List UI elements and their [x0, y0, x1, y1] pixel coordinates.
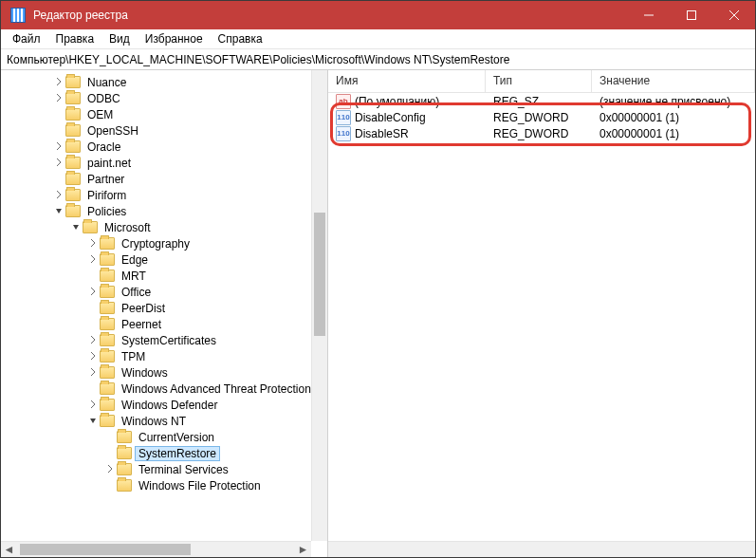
- tree-item[interactable]: Windows File Protection: [1, 477, 327, 493]
- folder-icon: [65, 205, 81, 217]
- folder-icon: [65, 189, 81, 201]
- scroll-left-icon[interactable]: ◄: [1, 542, 17, 557]
- tree-item[interactable]: TPM: [1, 348, 327, 364]
- tree-item-label: paint.net: [84, 157, 134, 170]
- chevron-right-icon[interactable]: [103, 464, 117, 474]
- menu-bar: Файл Правка Вид Избранное Справка: [1, 29, 755, 49]
- close-button[interactable]: [712, 1, 755, 29]
- menu-view[interactable]: Вид: [101, 30, 138, 47]
- tree-item-label: Windows NT: [119, 415, 189, 428]
- chevron-right-icon[interactable]: [86, 287, 100, 297]
- tree-item[interactable]: Windows NT: [1, 413, 327, 429]
- folder-icon: [65, 76, 81, 88]
- chevron-down-icon[interactable]: [52, 206, 65, 216]
- title-bar: Редактор реестра: [1, 1, 755, 29]
- tree-item-label: Windows File Protection: [136, 479, 264, 493]
- tree-item[interactable]: Windows Defender: [1, 397, 327, 413]
- value-row[interactable]: ab(По умолчанию)REG_SZ(значение не присв…: [328, 93, 755, 109]
- window-title: Редактор реестра: [33, 9, 128, 22]
- tree-item[interactable]: Nuance: [1, 74, 327, 90]
- tree-item-label: TPM: [119, 350, 148, 363]
- column-type[interactable]: Тип: [486, 70, 592, 92]
- folder-icon: [100, 399, 115, 411]
- folder-icon: [100, 334, 115, 346]
- scrollbar-thumb[interactable]: [20, 544, 191, 555]
- chevron-right-icon[interactable]: [52, 141, 65, 152]
- tree-item[interactable]: OpenSSH: [1, 122, 327, 139]
- menu-edit[interactable]: Правка: [48, 30, 102, 47]
- value-row[interactable]: 110DisableSRREG_DWORD0x00000001 (1): [328, 125, 755, 141]
- values-list[interactable]: ab(По умолчанию)REG_SZ(значение не присв…: [328, 93, 755, 141]
- registry-tree[interactable]: NuanceODBCOEMOpenSSHOraclepaint.netPartn…: [1, 70, 327, 541]
- chevron-right-icon[interactable]: [86, 351, 100, 362]
- tree-item-label: Windows Defender: [119, 399, 220, 412]
- tree-item-label: Microsoft: [101, 221, 154, 234]
- tree-item[interactable]: Piriform: [1, 187, 327, 203]
- tree-vertical-scrollbar[interactable]: [311, 70, 327, 541]
- tree-item[interactable]: PeerDist: [1, 300, 327, 316]
- tree-item-label: Edge: [119, 253, 151, 267]
- chevron-right-icon[interactable]: [86, 400, 100, 410]
- tree-item[interactable]: Microsoft: [1, 219, 327, 235]
- chevron-right-icon[interactable]: [86, 238, 100, 249]
- chevron-right-icon[interactable]: [52, 190, 65, 200]
- value-type: REG_SZ: [486, 95, 592, 108]
- tree-item-label: SystemRestore: [136, 447, 219, 460]
- folder-icon: [65, 124, 81, 137]
- tree-item[interactable]: MRT: [1, 268, 327, 284]
- tree-item[interactable]: CurrentVersion: [1, 429, 327, 445]
- menu-file[interactable]: Файл: [5, 30, 48, 47]
- tree-item[interactable]: Peernet: [1, 316, 327, 332]
- tree-item[interactable]: SystemCertificates: [1, 332, 327, 348]
- folder-icon: [100, 350, 115, 363]
- tree-item-label: SystemCertificates: [119, 334, 219, 347]
- chevron-right-icon[interactable]: [86, 254, 100, 265]
- tree-item-label: OEM: [84, 108, 116, 121]
- tree-item-label: Nuance: [84, 76, 129, 89]
- tree-item[interactable]: OEM: [1, 106, 327, 122]
- tree-item-label: Windows: [119, 366, 171, 380]
- chevron-right-icon[interactable]: [86, 335, 100, 345]
- chevron-right-icon[interactable]: [86, 367, 100, 378]
- scrollbar-thumb[interactable]: [314, 213, 325, 336]
- chevron-down-icon[interactable]: [86, 416, 100, 426]
- tree-item[interactable]: Windows: [1, 364, 327, 381]
- tree-item[interactable]: Policies: [1, 203, 327, 219]
- chevron-right-icon[interactable]: [52, 158, 65, 168]
- folder-icon: [100, 382, 115, 395]
- scroll-right-icon[interactable]: ►: [295, 542, 311, 557]
- menu-help[interactable]: Справка: [211, 30, 270, 47]
- value-data: 0x00000001 (1): [592, 111, 755, 124]
- values-pane: Имя Тип Значение ab(По умолчанию)REG_SZ(…: [328, 70, 755, 557]
- tree-horizontal-scrollbar[interactable]: ◄ ►: [1, 541, 311, 557]
- tree-item-label: CurrentVersion: [136, 431, 217, 444]
- folder-icon: [117, 479, 132, 492]
- tree-pane: NuanceODBCOEMOpenSSHOraclepaint.netPartn…: [1, 70, 328, 557]
- value-row[interactable]: 110DisableConfigREG_DWORD0x00000001 (1): [328, 109, 755, 125]
- minimize-button[interactable]: [627, 1, 670, 29]
- value-name: DisableSR: [355, 127, 409, 140]
- tree-item[interactable]: Windows Advanced Threat Protection: [1, 381, 327, 397]
- tree-item[interactable]: Cryptography: [1, 235, 327, 251]
- tree-item[interactable]: Terminal Services: [1, 461, 327, 477]
- tree-item[interactable]: Oracle: [1, 139, 327, 155]
- chevron-right-icon[interactable]: [52, 77, 65, 87]
- tree-item[interactable]: Partner: [1, 171, 327, 187]
- tree-item[interactable]: ODBC: [1, 90, 327, 106]
- string-value-icon: ab: [336, 94, 351, 109]
- chevron-down-icon[interactable]: [69, 222, 83, 232]
- column-value[interactable]: Значение: [592, 70, 755, 92]
- tree-item[interactable]: Office: [1, 284, 327, 300]
- tree-item[interactable]: paint.net: [1, 155, 327, 171]
- menu-favorites[interactable]: Избранное: [138, 30, 211, 47]
- tree-item[interactable]: Edge: [1, 251, 327, 268]
- chevron-right-icon[interactable]: [52, 93, 65, 103]
- list-horizontal-scrollbar[interactable]: [328, 541, 755, 557]
- dword-value-icon: 110: [336, 126, 351, 141]
- folder-icon: [117, 431, 132, 443]
- maximize-button[interactable]: [670, 1, 712, 29]
- address-input[interactable]: [1, 51, 755, 68]
- tree-item[interactable]: SystemRestore: [1, 445, 327, 461]
- column-name[interactable]: Имя: [328, 70, 486, 92]
- folder-icon: [100, 270, 115, 282]
